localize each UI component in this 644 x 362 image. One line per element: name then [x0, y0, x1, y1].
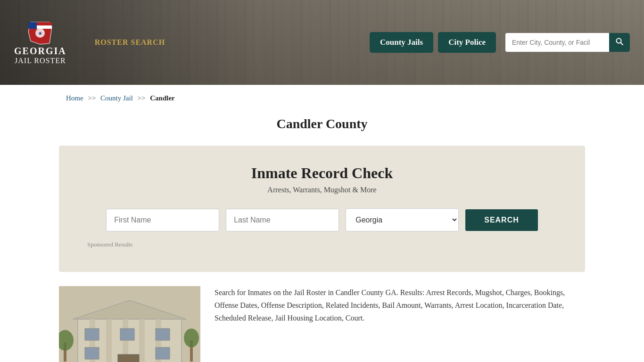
first-name-input[interactable] [106, 209, 219, 231]
logo-georgia: GEORGIA [14, 46, 66, 57]
header-search-input[interactable] [505, 34, 609, 51]
breadcrumb-current: Candler [150, 94, 175, 102]
svg-line-7 [621, 43, 623, 45]
site-logo[interactable]: ★ GEORGIA JAIL ROSTER [14, 20, 66, 65]
site-header: ★ GEORGIA JAIL ROSTER ROSTER SEARCH Coun… [0, 0, 644, 85]
svg-rect-17 [120, 329, 134, 340]
page-title: Candler County [0, 116, 644, 132]
city-police-button[interactable]: City Police [438, 32, 496, 53]
record-check-title: Inmate Record Check [87, 165, 557, 182]
record-check-section: Inmate Record Check Arrests, Warrants, M… [59, 146, 585, 272]
svg-rect-16 [85, 329, 99, 340]
svg-rect-12 [106, 319, 112, 362]
state-select[interactable]: Georgia Alabama Florida Tennessee [346, 208, 459, 231]
bottom-content: Search for Inmates on the Jail Roster in… [0, 272, 644, 362]
header-search-button[interactable] [609, 33, 630, 52]
svg-rect-14 [139, 319, 145, 362]
breadcrumb-county-jail[interactable]: County Jail [100, 94, 133, 102]
building-image [59, 286, 200, 362]
search-icon [616, 38, 623, 45]
svg-rect-20 [156, 347, 170, 359]
georgia-flag-icon: ★ [26, 20, 54, 46]
svg-point-26 [184, 329, 199, 347]
logo-text: GEORGIA JAIL ROSTER [14, 46, 66, 65]
record-check-search-button[interactable]: SEARCH [465, 209, 538, 231]
logo-jail-roster: JAIL ROSTER [14, 57, 66, 65]
last-name-input[interactable] [226, 209, 339, 231]
sponsored-label: Sponsored Results [87, 241, 557, 248]
svg-rect-19 [85, 347, 99, 359]
breadcrumb-sep-1: >> [88, 94, 96, 102]
breadcrumb-home[interactable]: Home [66, 94, 83, 102]
county-description: Search for Inmates on the Jail Roster in… [215, 286, 585, 325]
main-nav: County Jails City Police [370, 32, 630, 53]
header-search-bar [505, 33, 630, 52]
svg-text:★: ★ [38, 31, 42, 36]
svg-rect-21 [118, 354, 139, 362]
svg-rect-18 [156, 329, 170, 340]
svg-rect-5 [28, 22, 37, 29]
record-check-form: Georgia Alabama Florida Tennessee SEARCH [87, 208, 557, 231]
roster-search-link[interactable]: ROSTER SEARCH [95, 38, 165, 47]
record-check-subtitle: Arrests, Warrants, Mugshot & More [87, 186, 557, 194]
breadcrumb-sep-2: >> [138, 94, 146, 102]
county-jails-button[interactable]: County Jails [370, 32, 433, 53]
breadcrumb: Home >> County Jail >> Candler [0, 85, 644, 112]
